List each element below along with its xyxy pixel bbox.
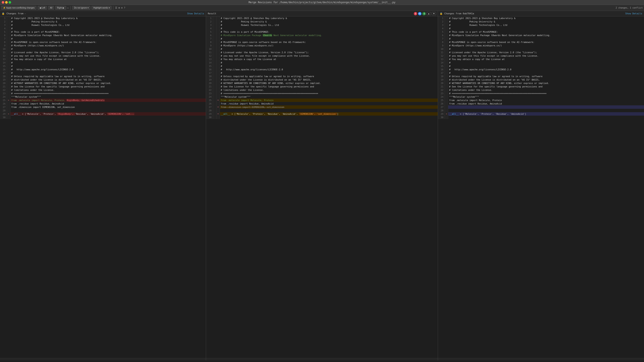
- apply-btn[interactable]: ⚡ Apply non-conflicting changes: [1, 6, 36, 10]
- line-indicator: [213, 33, 216, 37]
- line-indicator2: [216, 81, 220, 85]
- table-row: 22# limitations under the License.: [206, 88, 438, 92]
- line-code: # http://www.apache.org/licenses/LICENSE…: [220, 68, 438, 71]
- line-indicator: [445, 47, 448, 51]
- x-btn[interactable]: ×: [218, 99, 219, 101]
- nav-next[interactable]: ▼: [432, 12, 436, 15]
- left-scrollbar[interactable]: [0, 358, 206, 361]
- right-code-area[interactable]: 1# Copyright 2021-2023 @ Shenzhen Bay La…: [438, 16, 644, 358]
- line-code: # MindSpore (https://www.mindspore.cn/): [448, 44, 644, 47]
- line-indicator: [213, 95, 216, 99]
- left-code-area[interactable]: 1# Copyright 2021-2023 @ Shenzhen Bay La…: [0, 16, 206, 358]
- center-code-area[interactable]: 1# Copyright 2021-2023 @ Shenzhen Bay La…: [206, 16, 438, 358]
- table-row: 9# MindSpore (https://www.mindspore.cn/): [0, 44, 206, 47]
- changes-info: 2 changes, 1 conflict: [616, 7, 643, 9]
- line-indicator: [213, 85, 216, 88]
- table-row: 12# you may not use this file except in …: [438, 54, 644, 57]
- line-number: 2: [206, 20, 213, 23]
- line-number: 11: [0, 51, 7, 54]
- line-code: # MindSpore (https://www.mindspore.cn/): [10, 44, 206, 47]
- line-indicator: [7, 95, 10, 99]
- line-indicator: [7, 116, 10, 119]
- table-row: 17#: [206, 71, 438, 75]
- left-btn[interactable]: ◀ Left: [38, 6, 47, 10]
- line-indicator2: ×: [216, 112, 220, 116]
- line-code: # limitations under the License.: [10, 88, 206, 92]
- table-row: 14#: [438, 61, 644, 64]
- right-code-table: 1# Copyright 2021-2023 @ Shenzhen Bay La…: [438, 16, 644, 119]
- line-number: 28: [438, 109, 445, 112]
- right-scrollbar[interactable]: [438, 358, 644, 361]
- line-number: 21: [0, 85, 7, 88]
- table-row: 21# See the License for the specific lan…: [0, 85, 206, 88]
- line-code: #: [220, 47, 438, 51]
- line-indicator2: [216, 27, 220, 30]
- line-code: # Licensed under the Apache License, Ver…: [220, 51, 438, 54]
- line-number: 8: [206, 40, 213, 44]
- line-indicator2: [216, 78, 220, 81]
- table-row: 22# limitations under the License.: [438, 88, 644, 92]
- table-row: 26from .residue import Residue, AminoAci…: [0, 102, 206, 105]
- nav-prev[interactable]: ▲: [426, 12, 431, 15]
- left-show-details[interactable]: Show Details: [187, 12, 204, 15]
- line-indicator2: [216, 102, 220, 105]
- line-code: """Molecular system""": [220, 95, 438, 99]
- line-indicator: [7, 44, 10, 47]
- line-code: # MindSPONGE is open-source software bas…: [10, 40, 206, 44]
- line-number: 12: [206, 54, 213, 57]
- line-indicator2: [216, 20, 220, 23]
- line-indicator: [445, 85, 448, 88]
- all-btn[interactable]: All: [48, 6, 54, 10]
- line-indicator: [213, 23, 216, 27]
- table-row: 10#: [438, 47, 644, 51]
- line-indicator: [213, 30, 216, 33]
- ignore-btn[interactable]: Do not ignore ▾: [72, 6, 90, 10]
- line-code: """Molecular system""": [10, 95, 206, 99]
- line-indicator: [7, 92, 10, 95]
- line-code: # Peking University &: [220, 20, 438, 23]
- center-code-table: 1# Copyright 2021-2023 @ Shenzhen Bay La…: [206, 16, 438, 119]
- line-number: 12: [438, 54, 445, 57]
- line-code: [448, 105, 644, 109]
- line-indicator: [7, 54, 10, 57]
- line-code: #: [10, 71, 206, 75]
- line-code: # MindSpore Simulation Package tOwards N…: [220, 33, 438, 37]
- line-indicator: [7, 51, 10, 54]
- highlight-btn[interactable]: Highlight words ▾: [92, 6, 111, 10]
- line-code: # you may not use this file except in co…: [220, 54, 438, 57]
- center-scrollbar[interactable]: [206, 358, 438, 361]
- right-btn[interactable]: Right ▶: [55, 6, 66, 10]
- title-bar: Merge Revisions for /home/dechin/project…: [0, 0, 644, 5]
- line-number: 22: [0, 88, 7, 92]
- line-number: 6: [0, 33, 7, 37]
- line-number: 25: [206, 99, 213, 102]
- table-row: 21# See the License for the specific lan…: [206, 85, 438, 88]
- line-indicator2: [216, 54, 220, 57]
- x-btn[interactable]: ×: [218, 106, 219, 108]
- line-code: # http://www.apache.org/licenses/LICENSE…: [10, 68, 206, 71]
- line-indicator2: [216, 51, 220, 54]
- right-show-details[interactable]: Show Details: [626, 12, 642, 15]
- center-pane-header: Result 5 A2 ✓1 ▲ ▼: [206, 11, 438, 16]
- table-row: 24"""Molecular system""": [0, 95, 206, 99]
- table-row: 3# Huawei Technologies Co., Ltd: [206, 23, 438, 27]
- x-btn[interactable]: ×: [218, 113, 219, 115]
- line-number: 17: [438, 71, 445, 75]
- line-number: 17: [206, 71, 213, 75]
- table-row: 5# This code is a part of MindSPONGE:: [206, 30, 438, 33]
- line-number: 3: [0, 23, 7, 27]
- line-indicator: [445, 81, 448, 85]
- center-pane: Result 5 A2 ✓1 ▲ ▼ 1# Copyright 2021-202…: [206, 11, 438, 361]
- line-indicator: [445, 99, 448, 102]
- line-indicator: [213, 40, 216, 44]
- line-code: # This code is a part of MindSPONGE:: [10, 30, 206, 33]
- table-row: 23# ====================================…: [438, 92, 644, 95]
- table-row: 2# Peking University &: [206, 20, 438, 23]
- table-row: 20# WITHOUT WARRANTIES OR CONDITIONS OF …: [0, 81, 206, 85]
- line-indicator2: [216, 30, 220, 33]
- line-indicator: [213, 71, 216, 75]
- table-row: 15#: [0, 64, 206, 68]
- line-code: # MindSpore Simulation Package tOwards N…: [448, 33, 644, 37]
- line-indicator: [445, 88, 448, 92]
- line-indicator2: [216, 75, 220, 78]
